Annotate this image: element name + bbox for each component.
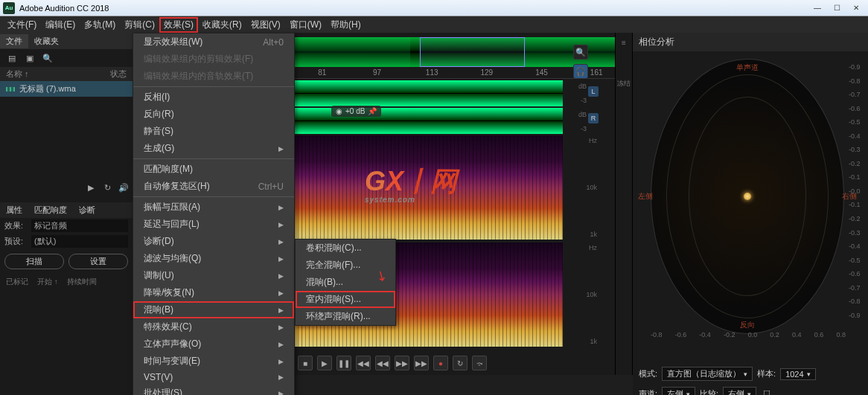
- minimize-button[interactable]: —: [808, 2, 826, 14]
- menu-help[interactable]: 帮助(H): [326, 17, 366, 33]
- mini-play-icon[interactable]: ▶: [85, 182, 97, 193]
- file-name: 无标题 (7).wma: [19, 83, 76, 94]
- duration-col[interactable]: 持续时间: [67, 277, 97, 287]
- window-titlebar: Au Adobe Audition CC 2018 — ☐ ✕: [0, 0, 868, 16]
- menu-window[interactable]: 窗口(W): [285, 17, 326, 33]
- rewind-button[interactable]: ◀◀: [375, 356, 390, 370]
- menu-item[interactable]: 调制(U)▶: [133, 267, 294, 284]
- freeze-badge[interactable]: 冻结: [617, 79, 631, 89]
- tab-favorites[interactable]: 收藏夹: [28, 34, 65, 48]
- preset-select[interactable]: (默认): [31, 235, 128, 248]
- pause-button[interactable]: ❚❚: [336, 356, 351, 370]
- mini-vol-icon[interactable]: 🔊: [118, 182, 130, 193]
- waveform-scale: dB -3 dB -3 L R: [563, 79, 600, 135]
- channel-select[interactable]: 左侧: [662, 387, 695, 395]
- loop-button[interactable]: ↻: [453, 356, 467, 370]
- menu-item[interactable]: 混响(B)▶: [133, 301, 294, 318]
- col-status[interactable]: 状态: [110, 68, 127, 80]
- phase-label-mono: 单声道: [736, 62, 759, 73]
- search-icon[interactable]: 🔍: [42, 52, 54, 64]
- ruler-tick: 129: [459, 68, 514, 77]
- prev-button[interactable]: ◀◀: [356, 356, 371, 370]
- zoom-tool-icon[interactable]: 🔍: [573, 45, 588, 60]
- mini-loop-icon[interactable]: ↻: [101, 182, 113, 193]
- tab-properties[interactable]: 属性: [0, 202, 28, 218]
- play-button[interactable]: ▶: [317, 356, 332, 370]
- menu-item[interactable]: 延迟与回声(L)▶: [133, 216, 294, 233]
- menu-item[interactable]: 生成(G)▶: [133, 140, 294, 157]
- forward-button[interactable]: ▶▶: [395, 356, 409, 370]
- menubar: 文件(F) 编辑(E) 多轨(M) 剪辑(C) 效果(S) 收藏夹(R) 视图(…: [0, 16, 868, 33]
- phase-label-left: 左侧: [638, 191, 653, 202]
- channel-badge-left[interactable]: L: [588, 86, 599, 97]
- spectrogram-scale: Hz 10k 1k: [563, 243, 600, 347]
- close-button[interactable]: ✕: [847, 2, 865, 14]
- compare-select[interactable]: 右侧: [723, 387, 756, 395]
- settings-button[interactable]: 设置: [68, 254, 128, 269]
- effect-select[interactable]: 标记音频: [31, 219, 128, 232]
- file-row[interactable]: 无标题 (7).wma: [0, 81, 133, 97]
- menu-item[interactable]: 滤波与均衡(Q)▶: [133, 250, 294, 267]
- menu-clip[interactable]: 剪辑(C): [120, 17, 159, 33]
- link-icon[interactable]: ☐: [761, 388, 773, 396]
- phase-label-inverse: 反向: [740, 320, 755, 330]
- panel-menu-icon[interactable]: ≡: [617, 36, 631, 49]
- waveform-icon: [6, 86, 15, 93]
- menu-favorites[interactable]: 收藏夹(R): [198, 17, 246, 33]
- submenu-item[interactable]: 室内混响(S)...: [296, 291, 395, 308]
- tab-loudness[interactable]: 匹配响度: [28, 202, 73, 218]
- new-file-icon[interactable]: ▣: [24, 52, 36, 64]
- menu-multitrack[interactable]: 多轨(M): [80, 17, 120, 33]
- maximize-button[interactable]: ☐: [828, 2, 846, 14]
- menu-edit[interactable]: 编辑(E): [41, 17, 80, 33]
- menu-item[interactable]: 立体声声像(O)▶: [133, 335, 294, 353]
- menu-item[interactable]: 匹配响度(M): [133, 161, 294, 178]
- app-icon: Au: [3, 2, 15, 14]
- ruler-tick: 145: [514, 68, 569, 77]
- next-button[interactable]: ▶▶: [414, 356, 429, 370]
- skip-button[interactable]: ⤼: [472, 356, 487, 370]
- channel-label: 声道:: [639, 388, 657, 395]
- record-button[interactable]: ●: [433, 356, 448, 370]
- left-panel: 文件 收藏夹 ▤ ▣ 🔍 名称 ↑ 状态 无标题 (7).wma ▶ ↻ 🔊 属…: [0, 33, 133, 395]
- scan-button[interactable]: 扫描: [4, 254, 64, 269]
- phase-scope[interactable]: 单声道 反向 左侧 右侧: [651, 59, 844, 334]
- headphone-icon[interactable]: 🎧: [573, 64, 588, 79]
- spectrogram-scale: Hz 10k 1k: [563, 135, 600, 240]
- menu-effects[interactable]: 效果(S): [159, 17, 198, 33]
- menu-item[interactable]: 降噪/恢复(N)▶: [133, 284, 294, 301]
- phase-scale-right: -0.9-0.8-0.7-0.6-0.5-0.4-0.3-0.2-0.1-0.0…: [849, 63, 867, 319]
- tab-diagnostics[interactable]: 诊断: [73, 202, 101, 218]
- menu-item[interactable]: 自动修复选区(H)Ctrl+U: [133, 178, 294, 195]
- start-col[interactable]: 开始 ↑: [37, 277, 58, 287]
- channel-badge-right[interactable]: R: [588, 113, 599, 123]
- menu-item[interactable]: 批处理(S)▶: [133, 385, 294, 395]
- submenu-item[interactable]: 卷积混响(C)...: [296, 240, 395, 257]
- samples-select[interactable]: 1024: [780, 368, 815, 380]
- waveform-left[interactable]: [295, 80, 563, 106]
- menu-file[interactable]: 文件(F): [3, 17, 41, 33]
- menu-item[interactable]: VST(V)▶: [133, 370, 294, 385]
- overview-selection[interactable]: [420, 37, 525, 67]
- tab-files[interactable]: 文件: [0, 34, 28, 48]
- menu-item[interactable]: 振幅与压限(A)▶: [133, 199, 294, 216]
- hud-pin-icon[interactable]: 📌: [368, 107, 377, 115]
- menu-item[interactable]: 特殊效果(C)▶: [133, 318, 294, 335]
- col-name[interactable]: 名称 ↑: [6, 68, 29, 80]
- mode-select[interactable]: 直方图（日志缩放）: [662, 367, 753, 381]
- gain-hud[interactable]: ◉ +0 dB 📌: [331, 106, 381, 117]
- menu-item[interactable]: 诊断(D)▶: [133, 233, 294, 250]
- menu-item[interactable]: 显示效果组(W)Alt+0: [133, 33, 294, 51]
- menu-item[interactable]: 静音(S): [133, 123, 294, 140]
- menu-view[interactable]: 视图(V): [246, 17, 285, 33]
- menu-item[interactable]: 反相(I): [133, 89, 294, 106]
- submenu-item[interactable]: 环绕声混响(R)...: [296, 308, 395, 325]
- menu-item[interactable]: 反向(R): [133, 106, 294, 123]
- stop-button[interactable]: ■: [298, 356, 313, 370]
- menu-item[interactable]: 时间与变调(E)▶: [133, 353, 294, 370]
- ruler-tick: 81: [295, 68, 350, 77]
- open-file-icon[interactable]: ▤: [6, 52, 18, 64]
- phase-title: 相位分析: [633, 33, 868, 51]
- phase-scale-bottom: -0.8-0.6-0.4-0.20.00.20.40.60.8: [651, 331, 846, 338]
- transport-controls: ■ ▶ ❚❚ ◀◀ ◀◀ ▶▶ ▶▶ ● ↻ ⤼: [298, 356, 487, 370]
